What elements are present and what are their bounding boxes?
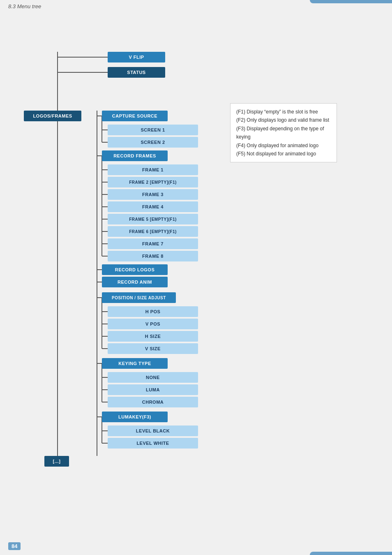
frame1-node: FRAME 1 <box>108 164 198 175</box>
frame7-node: FRAME 7 <box>108 238 198 249</box>
vflip-node: V FLIP <box>108 52 165 62</box>
bottom-decoration <box>310 552 392 555</box>
frame8-node: FRAME 8 <box>108 251 198 261</box>
page-number: 84 <box>8 542 21 550</box>
chroma-node: CHROMA <box>108 397 198 407</box>
hsize-node: H SIZE <box>108 331 198 342</box>
frame5-node: FRAME 5 [EMPTY](F1) <box>108 214 198 224</box>
frame2-node: FRAME 2 [EMPTY](F1) <box>108 177 198 187</box>
record-frames-node: RECORD FRAMES <box>102 150 168 161</box>
capture-source-node: CAPTURE SOURCE <box>102 111 168 121</box>
screen1-node: SCREEN 1 <box>108 125 198 135</box>
record-anim-node: RECORD ANIM <box>102 277 168 287</box>
position-size-node: POSITION / SIZE ADJUST <box>102 292 176 303</box>
none-node: NONE <box>108 372 198 383</box>
lumakey-node: LUMAKEY(F3) <box>102 412 168 422</box>
level-white-node: LEVEL WHITE <box>108 438 198 449</box>
ellipsis-node: [...] <box>44 456 69 467</box>
info-line-4: (F4) Only displayed for animated logo <box>236 141 331 150</box>
frame3-node: FRAME 3 <box>108 189 198 200</box>
header-title: 8.3 Menu tree <box>8 3 41 9</box>
keying-type-node: KEYING TYPE <box>102 358 168 369</box>
level-black-node: LEVEL BLACK <box>108 426 198 436</box>
tree-lines-svg <box>8 29 222 547</box>
hpos-node: H POS <box>108 306 198 317</box>
vsize-node: V SIZE <box>108 343 198 354</box>
top-decoration <box>310 0 392 3</box>
frame4-node: FRAME 4 <box>108 201 198 212</box>
info-box: (F1) Display “empty” is the slot is free… <box>230 103 337 162</box>
screen2-node: SCREEN 2 <box>108 137 198 148</box>
logos-frames-node: LOGOS/FRAMES <box>24 111 81 121</box>
luma-node: LUMA <box>108 384 198 395</box>
record-logos-node: RECORD LOGOS <box>102 264 168 275</box>
vpos-node: V POS <box>108 319 198 329</box>
info-line-3: (F3) Displayed depending on the type of … <box>236 125 331 141</box>
tree-container: V FLIP STATUS LOGOS/FRAMES CAPTURE SOURC… <box>8 29 222 162</box>
info-line-5: (F5) Not displayed for animated logo <box>236 150 331 158</box>
status-node: STATUS <box>108 67 165 78</box>
frame6-node: FRAME 6 [EMPTY](F1) <box>108 226 198 237</box>
main-content: V FLIP STATUS LOGOS/FRAMES CAPTURE SOURC… <box>0 13 392 187</box>
info-line-2: (F2) Only displays logo and valid frame … <box>236 116 331 124</box>
info-line-1: (F1) Display “empty” is the slot is free <box>236 108 331 116</box>
